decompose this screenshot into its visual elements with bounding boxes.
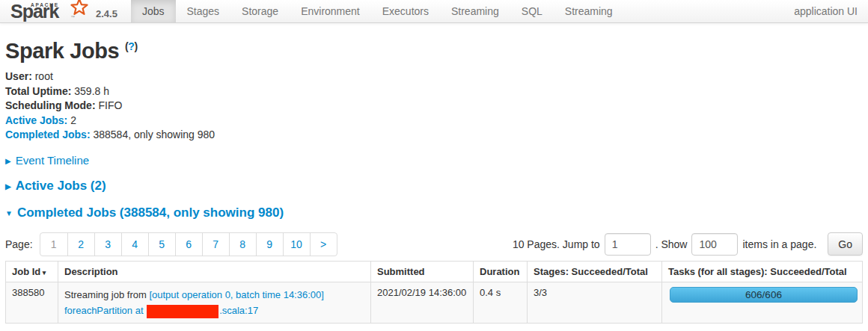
table-body: 388580Streaming job from [output operati… <box>6 282 863 323</box>
section-label: Active Jobs (2) <box>16 179 106 193</box>
spark-version: 2.4.5 <box>96 8 117 19</box>
section-toggle-event-timeline[interactable]: ▶Event Timeline <box>5 154 863 167</box>
page-button-4[interactable]: 4 <box>121 233 148 256</box>
redaction-box <box>147 305 218 318</box>
jump-controls: 10 Pages. Jump to . Show items in a page… <box>508 232 863 256</box>
summary-label: User: <box>5 70 32 82</box>
page-button-5[interactable]: 5 <box>148 233 175 256</box>
col-header-stages-succeeded-total[interactable]: Stages: Succeeded/Total <box>528 261 662 282</box>
page-button-group: 12345678910> <box>40 232 337 256</box>
chevron-right-icon: ▶ <box>5 182 11 191</box>
section-label: Completed Jobs (388584, only showing 980… <box>17 205 284 220</box>
pages-count-text: 10 Pages. Jump to <box>513 238 600 250</box>
go-button[interactable]: Go <box>828 232 863 256</box>
section-label: Event Timeline <box>16 154 89 167</box>
completed-jobs-table: Job Id ▾DescriptionSubmittedDurationStag… <box>5 261 863 324</box>
summary-item-active-jobs: Active Jobs: 2 <box>5 114 863 129</box>
summary-item-completed-jobs: Completed Jobs: 388584, only showing 980 <box>5 128 863 143</box>
application-ui-label: application UI <box>794 0 868 22</box>
sections: ▶Event Timeline▶Active Jobs (2)▼Complete… <box>5 154 863 220</box>
cell-tasks: 606/606 <box>662 282 863 323</box>
tab-stages[interactable]: Stages <box>176 0 231 22</box>
page-title: Spark Jobs (?) <box>5 39 863 64</box>
chevron-right-icon: ▶ <box>5 157 11 165</box>
jump-to-input[interactable] <box>605 233 651 256</box>
col-header-tasks-for-all-stages-succeeded-total[interactable]: Tasks (for all stages): Succeeded/Total <box>662 261 863 282</box>
description-source-link[interactable]: foreachPartition at <box>64 305 146 316</box>
col-header-duration[interactable]: Duration <box>474 261 528 282</box>
summary-value: 2 <box>67 114 76 126</box>
col-header-job-id[interactable]: Job Id ▾ <box>6 261 58 282</box>
summary-link-label[interactable]: Completed Jobs: <box>5 129 91 140</box>
page-label: Page: <box>5 238 33 250</box>
show-items-input[interactable] <box>691 233 738 256</box>
page-title-text: Spark Jobs <box>5 39 119 63</box>
summary-label: Total Uptime: <box>5 85 71 97</box>
summary-item-total-uptime: Total Uptime: 359.8 h <box>5 84 863 99</box>
tasks-progress-label: 606/606 <box>745 289 782 300</box>
tab-storage[interactable]: Storage <box>230 0 290 22</box>
tab-environment[interactable]: Environment <box>290 0 371 22</box>
col-header-label: Tasks (for all stages): Succeeded/Total <box>668 266 847 277</box>
section-toggle-completed-jobs[interactable]: ▼Completed Jobs (388584, only showing 98… <box>5 205 863 220</box>
page-button-9[interactable]: 9 <box>256 233 283 256</box>
summary-item-scheduling-mode: Scheduling Mode: FIFO <box>5 99 863 114</box>
navbar: Spark APACHE ™ 2.4.5 JobsStagesStorageEn… <box>0 0 868 23</box>
col-header-label: Submitted <box>377 266 425 277</box>
summary-value: root <box>32 70 53 82</box>
tab-jobs[interactable]: Jobs <box>131 0 176 22</box>
description-batch-link[interactable]: [output operation 0, batch time 14:36:00… <box>149 289 323 300</box>
sort-indicator-icon: ▾ <box>40 269 46 276</box>
items-per-page-text: items in a page. <box>742 238 816 250</box>
cell-duration: 0.4 s <box>474 282 528 323</box>
tab-streaming-2[interactable]: Streaming <box>554 0 624 22</box>
col-header-label: Duration <box>480 266 519 277</box>
page-button-2[interactable]: 2 <box>67 233 94 256</box>
tab-sql[interactable]: SQL <box>510 0 554 22</box>
col-header-submitted[interactable]: Submitted <box>371 261 474 282</box>
cell-description: Streaming job from [output operation 0, … <box>58 282 371 323</box>
spark-star-icon <box>70 0 88 19</box>
table-row: 388580Streaming job from [output operati… <box>6 282 863 323</box>
help-link[interactable]: (?) <box>125 40 138 52</box>
col-header-label: Description <box>64 266 118 277</box>
page-button-10[interactable]: 10 <box>283 233 310 256</box>
tab-executors[interactable]: Executors <box>371 0 440 22</box>
pagination-bar: Page: 12345678910> 10 Pages. Jump to . S… <box>5 232 863 256</box>
cell-stages: 3/3 <box>528 282 662 323</box>
col-header-label: Job Id <box>12 266 40 277</box>
cell-job-id: 388580 <box>6 282 58 323</box>
apache-label: APACHE <box>31 2 59 7</box>
summary-value: 359.8 h <box>71 85 109 97</box>
summary-list: User: rootTotal Uptime: 359.8 hSchedulin… <box>5 69 863 143</box>
page-button-7[interactable]: 7 <box>202 233 229 256</box>
tasks-progress-bar: 606/606 <box>670 287 858 303</box>
description-source-link-suffix[interactable]: .scala:17 <box>219 305 258 316</box>
table-header-row: Job Id ▾DescriptionSubmittedDurationStag… <box>6 261 863 282</box>
chevron-down-icon: ▼ <box>5 209 13 217</box>
summary-value: FIFO <box>96 99 123 111</box>
summary-label: Scheduling Mode: <box>5 99 96 111</box>
show-text: . Show <box>655 238 688 250</box>
page-button-6[interactable]: 6 <box>175 233 202 256</box>
cell-submitted: 2021/02/19 14:36:00 <box>371 282 474 323</box>
page-button-next[interactable]: > <box>310 233 337 256</box>
col-header-description[interactable]: Description <box>58 261 371 282</box>
section-toggle-active-jobs[interactable]: ▶Active Jobs (2) <box>5 179 863 194</box>
description-text: Streaming job from <box>64 289 149 300</box>
summary-link-label[interactable]: Active Jobs: <box>5 114 67 126</box>
page-button-1[interactable]: 1 <box>40 233 67 256</box>
spark-logo[interactable]: Spark APACHE ™ <box>0 0 91 22</box>
page-button-3[interactable]: 3 <box>94 233 121 256</box>
page-button-8[interactable]: 8 <box>229 233 256 256</box>
tab-streaming[interactable]: Streaming <box>440 0 510 22</box>
col-header-label: Stages: Succeeded/Total <box>534 266 648 277</box>
summary-item-user: User: root <box>5 69 863 84</box>
nav-tabs: JobsStagesStorageEnvironmentExecutorsStr… <box>131 0 624 22</box>
summary-value: 388584, only showing 980 <box>91 129 216 140</box>
